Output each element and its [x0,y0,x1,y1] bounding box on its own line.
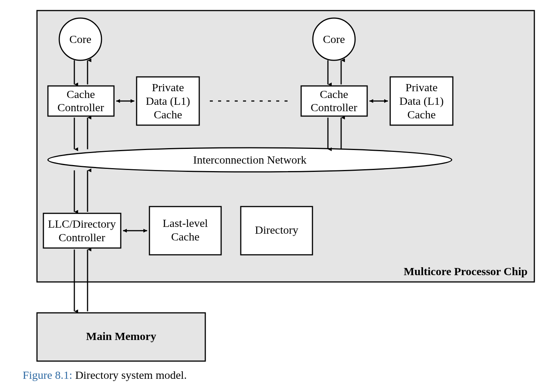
llc-controller-l1: LLC/Directory [48,217,116,230]
core-left-label: Core [69,33,91,45]
cache-controller-right-l1: Cache [320,88,348,100]
cache-controller-right-l2: Controller [311,101,357,113]
llc-controller-l2: Controller [58,231,105,243]
figure-number: Figure 8.1: [23,369,72,381]
diagram-stage: Multicore Processor Chip Core Core Cache… [0,0,560,392]
figure-caption: Figure 8.1: Directory system model. [23,369,187,381]
cache-controller-left-l1: Cache [67,88,95,100]
directory-label: Directory [255,224,298,236]
l1-left-l2: Data (L1) [146,95,190,107]
diagram-svg: Multicore Processor Chip Core Core Cache… [0,0,560,392]
l1-left-l3: Cache [154,108,182,121]
last-level-cache-l2: Cache [171,230,200,243]
l1-right-l3: Cache [408,108,436,121]
l1-left-l1: Private [152,81,184,93]
last-level-cache-l1: Last-level [163,217,208,229]
l1-right-l1: Private [406,81,438,93]
cache-controller-left-l2: Controller [57,101,104,113]
core-right-label: Core [323,33,345,45]
interconnect-label: Interconnection Network [193,153,307,166]
figure-caption-text: Directory system model. [72,369,187,381]
main-memory-label: Main Memory [86,330,156,342]
chip-label: Multicore Processor Chip [404,265,528,277]
l1-right-l2: Data (L1) [399,95,443,107]
